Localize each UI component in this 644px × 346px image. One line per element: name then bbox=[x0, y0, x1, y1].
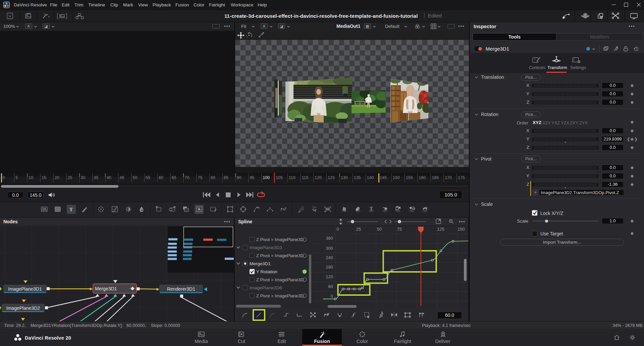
svg-text:ImagePlane3D3: ImagePlane3D3 bbox=[250, 245, 282, 250]
svg-text:80: 80 bbox=[211, 175, 215, 180]
svg-text:160: 160 bbox=[419, 175, 426, 180]
svg-text:75: 75 bbox=[198, 175, 202, 180]
svg-text:120: 120 bbox=[326, 274, 333, 279]
svg-text:145: 145 bbox=[380, 175, 387, 180]
svg-text:120: 120 bbox=[315, 175, 322, 180]
svg-text:Merge3D1: Merge3D1 bbox=[250, 261, 271, 266]
svg-text:10: 10 bbox=[29, 175, 33, 180]
svg-text:25: 25 bbox=[356, 227, 361, 232]
svg-text:360: 360 bbox=[326, 236, 333, 241]
svg-text:ImagePlane3D1: ImagePlane3D1 bbox=[8, 286, 42, 292]
svg-text:ImagePlane3D2: ImagePlane3D2 bbox=[6, 305, 40, 311]
svg-text:Z Pivot = ImagePlane3D: Z Pivot = ImagePlane3D bbox=[256, 293, 304, 298]
svg-text:110: 110 bbox=[289, 175, 296, 180]
svg-text:50: 50 bbox=[377, 227, 382, 232]
svg-text:50: 50 bbox=[132, 175, 137, 180]
svg-text:165: 165 bbox=[432, 175, 439, 180]
svg-text:70: 70 bbox=[185, 175, 190, 180]
svg-text:100: 100 bbox=[263, 175, 270, 180]
svg-text:0: 0 bbox=[3, 175, 5, 180]
svg-text:T: T bbox=[69, 207, 73, 212]
svg-text:Renderer3D1: Renderer3D1 bbox=[167, 286, 195, 292]
svg-text:15: 15 bbox=[42, 175, 46, 180]
svg-text:130: 130 bbox=[341, 175, 348, 180]
svg-text:170: 170 bbox=[445, 175, 452, 180]
svg-text:Y Rotation: Y Rotation bbox=[256, 269, 277, 274]
svg-text:150: 150 bbox=[393, 175, 400, 180]
svg-text:20: 20 bbox=[55, 175, 59, 180]
svg-text:25: 25 bbox=[67, 175, 72, 180]
svg-text:155: 155 bbox=[406, 175, 413, 180]
svg-text:90: 90 bbox=[237, 175, 241, 180]
svg-text:60: 60 bbox=[159, 175, 163, 180]
svg-text:300: 300 bbox=[326, 246, 333, 251]
svg-text:240: 240 bbox=[326, 255, 333, 260]
svg-text:40: 40 bbox=[107, 175, 111, 180]
svg-text:55: 55 bbox=[146, 175, 150, 180]
svg-text:135: 135 bbox=[354, 175, 361, 180]
svg-text:30: 30 bbox=[80, 175, 85, 180]
svg-text:0: 0 bbox=[331, 294, 333, 299]
svg-text:0: 0 bbox=[336, 227, 339, 232]
svg-text:125: 125 bbox=[328, 175, 335, 180]
svg-text:125: 125 bbox=[437, 227, 444, 232]
svg-text:5: 5 bbox=[15, 175, 18, 180]
svg-text:150: 150 bbox=[458, 227, 465, 232]
svg-text:60: 60 bbox=[328, 284, 333, 289]
svg-text:Z Pivot = ImagePlane3D: Z Pivot = ImagePlane3D bbox=[256, 253, 304, 258]
svg-text:85: 85 bbox=[224, 175, 228, 180]
svg-text:ImagePlane3D6: ImagePlane3D6 bbox=[250, 285, 282, 290]
svg-text:65: 65 bbox=[172, 175, 176, 180]
svg-text:175: 175 bbox=[458, 175, 465, 180]
svg-text:75: 75 bbox=[397, 227, 402, 232]
svg-text:140: 140 bbox=[367, 175, 374, 180]
svg-text:Merge3D1: Merge3D1 bbox=[95, 286, 117, 291]
svg-text:115: 115 bbox=[302, 175, 309, 180]
svg-text:180: 180 bbox=[326, 265, 333, 270]
svg-text:95: 95 bbox=[250, 175, 254, 180]
svg-text:Z Pivot = ImagePlane3D: Z Pivot = ImagePlane3D bbox=[256, 277, 304, 282]
svg-text:105: 105 bbox=[276, 175, 283, 180]
svg-text:Z Pivot = ImagePlane3D: Z Pivot = ImagePlane3D bbox=[256, 237, 304, 242]
svg-text:35: 35 bbox=[94, 175, 98, 180]
svg-text:45: 45 bbox=[120, 175, 124, 180]
svg-text:T: T bbox=[370, 206, 373, 211]
